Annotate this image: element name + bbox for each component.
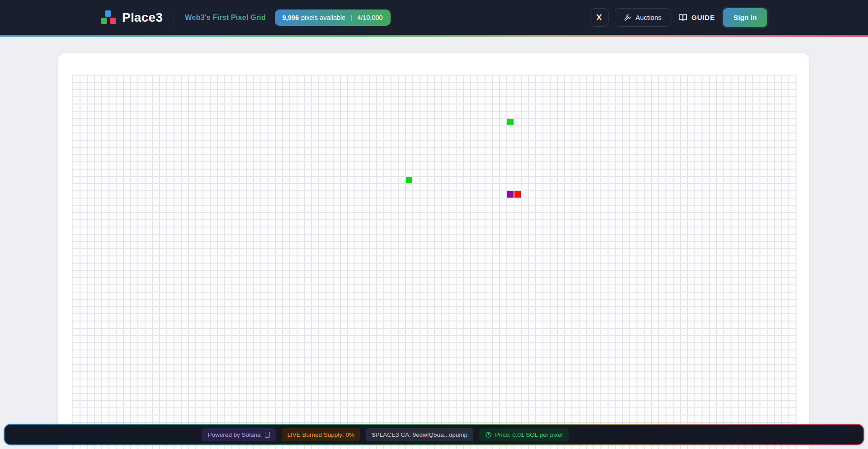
- missing-glyph-box-icon: [265, 432, 270, 438]
- auctions-label: Auctions: [636, 14, 662, 21]
- logo-square-pink: [110, 18, 116, 24]
- contract-address-badge[interactable]: $PLACE3 CA: 9edwfQ5ua...opump: [366, 428, 473, 441]
- available-count: 9,996: [283, 14, 299, 21]
- pixel-grid[interactable]: [72, 75, 797, 449]
- solana-label: Powered by Solana: [208, 431, 260, 438]
- burned-supply-label: LIVE Burned Supply: 0%: [288, 431, 355, 438]
- gavel-icon: [624, 14, 632, 21]
- clock-icon: [485, 431, 492, 438]
- place3-logo[interactable]: Place3: [101, 10, 163, 25]
- logo-square-blue: [105, 10, 111, 17]
- pixels-available-badge: 9,996 pixels available | 4/10,000: [275, 9, 391, 26]
- footer-status-bar: Powered by Solana LIVE Burned Supply: 0%…: [4, 424, 864, 445]
- nav-divider: [174, 11, 174, 24]
- available-label: pixels available: [301, 14, 345, 21]
- grid-pixel[interactable]: [514, 191, 521, 198]
- grid-pixel[interactable]: [406, 177, 412, 183]
- place3-logo-icon: [101, 10, 117, 24]
- price-badge: Price: 0.01 SOL per pixel: [479, 428, 569, 441]
- main-content: [0, 37, 868, 449]
- auctions-button[interactable]: Auctions: [615, 8, 671, 27]
- sold-ratio: 4/10,000: [357, 14, 382, 21]
- contract-address-label: $PLACE3 CA: 9edwfQ5ua...opump: [372, 431, 467, 438]
- guide-label: GUIDE: [691, 14, 715, 22]
- badge-separator: |: [350, 14, 352, 21]
- pixel-board-card: [58, 53, 809, 449]
- logo-square-green: [101, 18, 107, 24]
- book-icon: [679, 13, 687, 22]
- brand-name: Place3: [122, 10, 163, 25]
- site-tagline: Web3's First Pixel Grid: [185, 13, 266, 22]
- guide-link[interactable]: GUIDE: [677, 13, 717, 22]
- grid-pixel[interactable]: [507, 119, 514, 125]
- x-icon: X: [596, 13, 602, 23]
- sign-in-button[interactable]: Sign In: [723, 8, 767, 27]
- top-navbar: Place3 Web3's First Pixel Grid 9,996 pix…: [0, 0, 868, 35]
- price-label: Price: 0.01 SOL per pixel: [495, 431, 563, 438]
- powered-by-solana-badge: Powered by Solana: [202, 428, 275, 441]
- grid-pixel[interactable]: [507, 191, 514, 198]
- burned-supply-badge: LIVE Burned Supply: 0%: [282, 428, 361, 441]
- x-twitter-button[interactable]: X: [590, 8, 609, 27]
